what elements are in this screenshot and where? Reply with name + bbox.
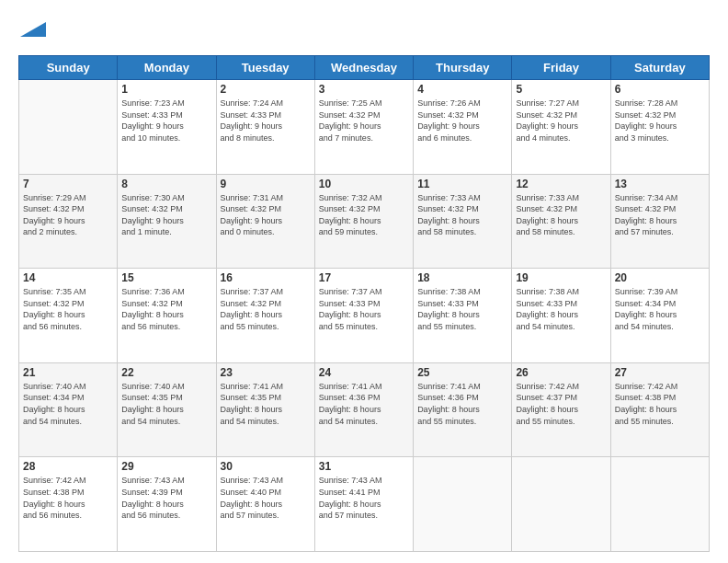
day-header-sunday: Sunday <box>19 56 118 80</box>
day-number: 14 <box>23 271 113 284</box>
day-info: Sunrise: 7:26 AM Sunset: 4:32 PM Dayligh… <box>417 98 507 144</box>
day-number: 4 <box>417 83 507 96</box>
calendar-cell: 18Sunrise: 7:38 AM Sunset: 4:33 PM Dayli… <box>414 269 512 363</box>
day-info: Sunrise: 7:40 AM Sunset: 4:34 PM Dayligh… <box>23 381 113 427</box>
day-number: 30 <box>221 460 311 473</box>
day-number: 21 <box>23 366 113 379</box>
calendar-cell: 26Sunrise: 7:42 AM Sunset: 4:37 PM Dayli… <box>512 362 610 457</box>
calendar-header-row: SundayMondayTuesdayWednesdayThursdayFrid… <box>19 56 710 80</box>
calendar-week-row: 7Sunrise: 7:29 AM Sunset: 4:32 PM Daylig… <box>19 174 710 269</box>
calendar-week-row: 14Sunrise: 7:35 AM Sunset: 4:32 PM Dayli… <box>19 269 710 363</box>
day-info: Sunrise: 7:34 AM Sunset: 4:32 PM Dayligh… <box>615 192 705 238</box>
calendar-cell: 11Sunrise: 7:33 AM Sunset: 4:32 PM Dayli… <box>414 174 512 269</box>
day-header-wednesday: Wednesday <box>314 56 413 80</box>
day-number: 24 <box>319 366 409 379</box>
day-number: 23 <box>221 366 311 379</box>
day-info: Sunrise: 7:27 AM Sunset: 4:32 PM Dayligh… <box>516 98 606 144</box>
day-number: 9 <box>221 178 311 190</box>
day-info: Sunrise: 7:40 AM Sunset: 4:35 PM Dayligh… <box>121 381 211 427</box>
day-info: Sunrise: 7:37 AM Sunset: 4:33 PM Dayligh… <box>319 286 409 332</box>
day-number: 2 <box>221 83 311 96</box>
day-info: Sunrise: 7:37 AM Sunset: 4:32 PM Dayligh… <box>221 286 311 332</box>
day-number: 7 <box>23 178 113 190</box>
logo <box>18 17 46 46</box>
day-info: Sunrise: 7:42 AM Sunset: 4:37 PM Dayligh… <box>516 381 606 427</box>
page: SundayMondayTuesdayWednesdayThursdayFrid… <box>0 0 728 563</box>
calendar-cell: 14Sunrise: 7:35 AM Sunset: 4:32 PM Dayli… <box>19 269 118 363</box>
day-number: 13 <box>615 178 705 190</box>
day-number: 8 <box>121 178 211 190</box>
calendar-cell: 19Sunrise: 7:38 AM Sunset: 4:33 PM Dayli… <box>512 269 610 363</box>
day-info: Sunrise: 7:42 AM Sunset: 4:38 PM Dayligh… <box>23 475 113 521</box>
calendar-cell: 9Sunrise: 7:31 AM Sunset: 4:32 PM Daylig… <box>216 174 314 269</box>
calendar-cell: 31Sunrise: 7:43 AM Sunset: 4:41 PM Dayli… <box>314 457 413 552</box>
day-number: 25 <box>417 366 507 379</box>
day-number: 6 <box>615 83 705 96</box>
day-info: Sunrise: 7:38 AM Sunset: 4:33 PM Dayligh… <box>516 286 606 332</box>
day-number: 29 <box>121 460 211 473</box>
day-number: 12 <box>516 178 606 190</box>
calendar-week-row: 21Sunrise: 7:40 AM Sunset: 4:34 PM Dayli… <box>19 362 710 457</box>
day-number: 28 <box>23 460 113 473</box>
calendar-cell: 5Sunrise: 7:27 AM Sunset: 4:32 PM Daylig… <box>512 80 610 175</box>
calendar-cell: 29Sunrise: 7:43 AM Sunset: 4:39 PM Dayli… <box>118 457 216 552</box>
day-header-friday: Friday <box>512 56 610 80</box>
day-number: 10 <box>319 178 409 190</box>
day-info: Sunrise: 7:23 AM Sunset: 4:33 PM Dayligh… <box>121 98 211 144</box>
day-info: Sunrise: 7:24 AM Sunset: 4:33 PM Dayligh… <box>221 98 311 144</box>
calendar-cell: 13Sunrise: 7:34 AM Sunset: 4:32 PM Dayli… <box>610 174 709 269</box>
calendar-cell: 12Sunrise: 7:33 AM Sunset: 4:32 PM Dayli… <box>512 174 610 269</box>
svg-marker-0 <box>20 22 46 37</box>
day-info: Sunrise: 7:43 AM Sunset: 4:39 PM Dayligh… <box>121 475 211 521</box>
day-number: 11 <box>417 178 507 190</box>
day-number: 16 <box>221 271 311 284</box>
day-number: 22 <box>121 366 211 379</box>
calendar-cell: 6Sunrise: 7:28 AM Sunset: 4:32 PM Daylig… <box>610 80 709 175</box>
day-number: 20 <box>615 271 705 284</box>
logo-icon <box>20 17 46 42</box>
calendar-week-row: 1Sunrise: 7:23 AM Sunset: 4:33 PM Daylig… <box>19 80 710 175</box>
calendar-cell: 20Sunrise: 7:39 AM Sunset: 4:34 PM Dayli… <box>610 269 709 363</box>
day-number: 27 <box>615 366 705 379</box>
day-header-monday: Monday <box>118 56 216 80</box>
header <box>18 17 710 46</box>
day-number: 1 <box>121 83 211 96</box>
calendar-cell: 28Sunrise: 7:42 AM Sunset: 4:38 PM Dayli… <box>19 457 118 552</box>
day-info: Sunrise: 7:33 AM Sunset: 4:32 PM Dayligh… <box>417 192 507 238</box>
calendar-cell: 3Sunrise: 7:25 AM Sunset: 4:32 PM Daylig… <box>314 80 413 175</box>
day-number: 17 <box>319 271 409 284</box>
calendar-cell: 8Sunrise: 7:30 AM Sunset: 4:32 PM Daylig… <box>118 174 216 269</box>
day-number: 18 <box>417 271 507 284</box>
day-header-tuesday: Tuesday <box>216 56 314 80</box>
calendar-cell: 22Sunrise: 7:40 AM Sunset: 4:35 PM Dayli… <box>118 362 216 457</box>
day-header-thursday: Thursday <box>414 56 512 80</box>
day-info: Sunrise: 7:42 AM Sunset: 4:38 PM Dayligh… <box>615 381 705 427</box>
calendar-cell: 21Sunrise: 7:40 AM Sunset: 4:34 PM Dayli… <box>19 362 118 457</box>
calendar-cell: 30Sunrise: 7:43 AM Sunset: 4:40 PM Dayli… <box>216 457 314 552</box>
calendar-cell: 27Sunrise: 7:42 AM Sunset: 4:38 PM Dayli… <box>610 362 709 457</box>
day-info: Sunrise: 7:31 AM Sunset: 4:32 PM Dayligh… <box>221 192 311 238</box>
calendar-cell: 25Sunrise: 7:41 AM Sunset: 4:36 PM Dayli… <box>414 362 512 457</box>
day-number: 15 <box>121 271 211 284</box>
calendar-cell: 23Sunrise: 7:41 AM Sunset: 4:35 PM Dayli… <box>216 362 314 457</box>
day-number: 19 <box>516 271 606 284</box>
calendar-cell: 17Sunrise: 7:37 AM Sunset: 4:33 PM Dayli… <box>314 269 413 363</box>
day-number: 5 <box>516 83 606 96</box>
calendar-table: SundayMondayTuesdayWednesdayThursdayFrid… <box>18 55 710 552</box>
day-info: Sunrise: 7:41 AM Sunset: 4:36 PM Dayligh… <box>319 381 409 427</box>
calendar-cell: 7Sunrise: 7:29 AM Sunset: 4:32 PM Daylig… <box>19 174 118 269</box>
day-info: Sunrise: 7:36 AM Sunset: 4:32 PM Dayligh… <box>121 286 211 332</box>
calendar-cell: 4Sunrise: 7:26 AM Sunset: 4:32 PM Daylig… <box>414 80 512 175</box>
calendar-cell: 10Sunrise: 7:32 AM Sunset: 4:32 PM Dayli… <box>314 174 413 269</box>
day-info: Sunrise: 7:43 AM Sunset: 4:40 PM Dayligh… <box>221 475 311 521</box>
calendar-cell <box>512 457 610 552</box>
day-info: Sunrise: 7:29 AM Sunset: 4:32 PM Dayligh… <box>23 192 113 238</box>
calendar-cell: 1Sunrise: 7:23 AM Sunset: 4:33 PM Daylig… <box>118 80 216 175</box>
calendar-cell <box>610 457 709 552</box>
day-info: Sunrise: 7:43 AM Sunset: 4:41 PM Dayligh… <box>319 475 409 521</box>
calendar-cell <box>19 80 118 175</box>
day-info: Sunrise: 7:38 AM Sunset: 4:33 PM Dayligh… <box>417 286 507 332</box>
calendar-cell: 24Sunrise: 7:41 AM Sunset: 4:36 PM Dayli… <box>314 362 413 457</box>
day-info: Sunrise: 7:30 AM Sunset: 4:32 PM Dayligh… <box>121 192 211 238</box>
day-info: Sunrise: 7:39 AM Sunset: 4:34 PM Dayligh… <box>615 286 705 332</box>
